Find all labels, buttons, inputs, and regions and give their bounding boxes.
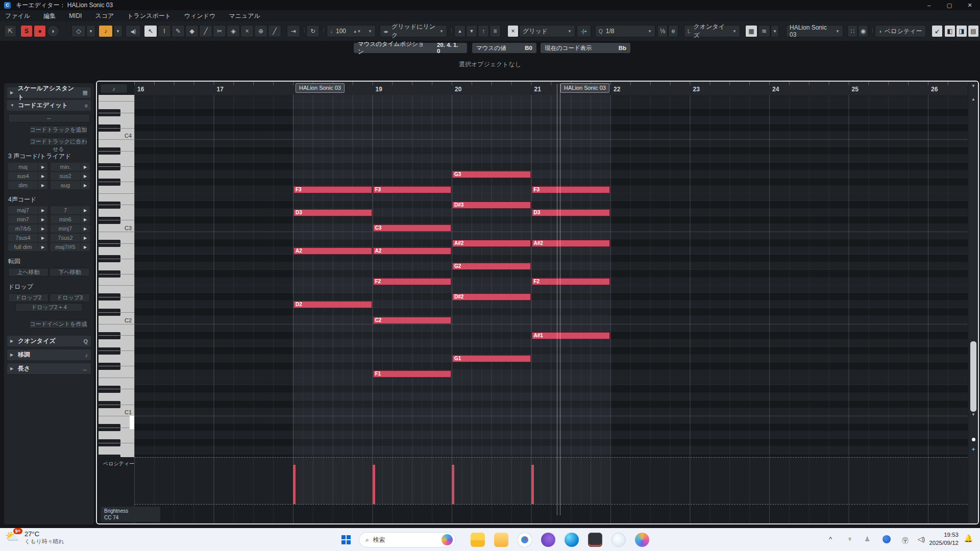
section-length[interactable]: ▶長さ ↔ xyxy=(7,363,91,374)
midi-note-G1-bar20[interactable]: G1 xyxy=(452,355,531,362)
four-note-sub-caret-icon[interactable]: ▶ xyxy=(81,243,90,251)
menu-item-4[interactable]: トランスポート xyxy=(127,12,171,20)
line-tool-icon[interactable]: ╱ xyxy=(268,25,281,37)
inversion-button-0[interactable]: 上へ移動 xyxy=(8,268,48,277)
four-note-sub-caret-icon[interactable]: ▶ xyxy=(38,243,47,251)
triad-sub-caret-icon[interactable]: ▶ xyxy=(38,172,47,180)
grid-adjust-button[interactable]: -|+ xyxy=(577,25,591,37)
pitch-visibility-icon[interactable]: ◇ xyxy=(71,25,86,37)
section-scale-assistant[interactable]: ▶スケールアシスタント ▦ xyxy=(7,87,91,98)
four-note-button-0-0[interactable]: maj7▶ xyxy=(8,206,47,214)
pin-icon[interactable]: ⇱ xyxy=(4,25,16,37)
minimize-button[interactable]: – xyxy=(919,2,939,9)
record-button[interactable]: ● xyxy=(34,25,46,37)
piano-view-icon[interactable]: ▦ xyxy=(745,25,757,37)
part-menu-dots[interactable]: ⋮ xyxy=(870,28,872,33)
quantize-preset-dropdown[interactable]: Q 1/8 ▼ xyxy=(595,25,655,37)
insert-velocity-field[interactable]: ↓ 100 ▲▼ ▼ xyxy=(327,25,376,37)
four-note-sub-caret-icon[interactable]: ▶ xyxy=(81,224,90,233)
midi-note-D3-bar18[interactable]: D3 xyxy=(293,209,372,216)
triad-sub-caret-icon[interactable]: ▶ xyxy=(38,163,47,171)
taskbar-app-photos-icon[interactable] xyxy=(541,533,555,547)
taskbar-app-file-explorer-icon[interactable] xyxy=(471,533,485,547)
loop-icon[interactable]: ↻ xyxy=(306,25,320,37)
triad-button-2-1[interactable]: aug▶ xyxy=(51,181,90,189)
piano-keyboard[interactable]: C4C3C2C1 xyxy=(99,95,134,457)
step-input-caret[interactable]: ▼ xyxy=(113,25,122,37)
menu-item-6[interactable]: マニュアル xyxy=(229,12,260,20)
transpose-up-icon[interactable]: ▲ xyxy=(454,25,465,37)
menu-item-2[interactable]: MIDI xyxy=(69,12,82,19)
insert-velocity-value[interactable]: 100 xyxy=(336,28,346,35)
taskbar-app-edge-icon[interactable] xyxy=(565,533,579,547)
chevron-up-icon[interactable]: ^ xyxy=(829,535,832,543)
autoscroll-icon[interactable]: ⇥ xyxy=(287,25,300,37)
cc-lane[interactable] xyxy=(134,504,968,524)
part-selector-dropdown[interactable]: HALion Sonic 03 ▼ xyxy=(786,25,843,37)
search-box[interactable]: ⌕ 検索 xyxy=(359,532,456,547)
triad-sub-caret-icon[interactable]: ▶ xyxy=(81,181,90,189)
velocity-bar-21[interactable] xyxy=(531,465,534,504)
midi-din-icon[interactable]: ◉ xyxy=(858,25,868,37)
triad-button-1-1[interactable]: sus2▶ xyxy=(51,172,90,180)
autoscroll-menu-dots[interactable]: ⋮ xyxy=(302,28,304,33)
ruler-part-tag-0[interactable]: HALion Sonic 03 xyxy=(296,83,345,93)
solo-button[interactable]: S xyxy=(20,25,33,37)
velocity-caret[interactable]: ▼ xyxy=(368,29,372,34)
scroll-up-icon[interactable]: ▲ xyxy=(970,97,977,102)
midi-note-A#2-bar20[interactable]: A#2 xyxy=(452,240,531,247)
taskbar-clock[interactable]: 19:53 2025/09/12 xyxy=(929,531,959,547)
taskbar-app-light-app-icon[interactable] xyxy=(611,533,626,547)
midi-note-D2-bar18[interactable]: D2 xyxy=(293,301,372,308)
taskbar-app-folder-icon[interactable] xyxy=(494,533,508,547)
zoom-preset-dot[interactable] xyxy=(972,438,975,441)
menu-item-1[interactable]: 編集 xyxy=(43,12,56,20)
pitch-visibility-caret[interactable]: ▼ xyxy=(86,25,95,37)
add-chord-track-button[interactable]: コードトラックを追加 xyxy=(29,126,88,134)
four-note-sub-caret-icon[interactable]: ▶ xyxy=(38,215,47,223)
acoustic-feedback-icon[interactable]: ◗ xyxy=(47,25,59,37)
midi-note-D#3-bar20[interactable]: D#3 xyxy=(452,202,531,209)
taskbar-app-chrome-icon[interactable] xyxy=(518,533,532,547)
copilot-icon[interactable] xyxy=(883,535,891,545)
four-note-button-0-1[interactable]: 7▶ xyxy=(51,206,90,214)
length-quantize-dropdown[interactable]: L クオンタイズ ▼ xyxy=(684,25,740,37)
midi-note-D#2-bar20[interactable]: D#2 xyxy=(452,293,531,300)
zoom-tool-icon[interactable]: ⊕ xyxy=(254,25,267,37)
zoom-plus-icon[interactable]: + xyxy=(970,446,977,453)
triad-sub-caret-icon[interactable]: ▶ xyxy=(38,181,47,189)
menu-item-3[interactable]: スコア xyxy=(95,12,114,20)
midi-note-F2-bar21[interactable]: F2 xyxy=(532,278,610,285)
midi-note-A#2-bar21[interactable]: A#2 xyxy=(532,240,610,247)
midi-note-A2-bar19[interactable]: A2 xyxy=(373,247,452,255)
triad-button-2-0[interactable]: dim▶ xyxy=(8,181,47,189)
scrollbar-thumb[interactable] xyxy=(970,341,976,412)
maximize-button[interactable]: ▢ xyxy=(939,2,960,9)
transpose-octave-icon[interactable]: ↑ xyxy=(478,25,489,37)
taskbar-app-cubase-icon[interactable] xyxy=(588,533,602,547)
chord-display-field[interactable]: -- xyxy=(8,114,90,122)
range-tool-icon[interactable]: I xyxy=(158,25,171,37)
triad-sub-caret-icon[interactable]: ▶ xyxy=(81,172,90,180)
glue-tool-icon[interactable]: ◈ xyxy=(227,25,240,37)
match-chord-track-button[interactable]: コードトラックに合わせる xyxy=(29,137,88,146)
four-note-button-2-1[interactable]: minj7▶ xyxy=(51,224,90,233)
midi-note-C2-bar19[interactable]: C2 xyxy=(373,317,452,324)
midi-note-A#1-bar21[interactable]: A#1 xyxy=(532,332,610,339)
loop-menu-dots[interactable]: ⋮ xyxy=(322,28,323,33)
triad-button-1-0[interactable]: sus4▶ xyxy=(8,172,47,180)
midi-note-D3-bar21[interactable]: D3 xyxy=(532,209,610,216)
midi-note-C3-bar19[interactable]: C3 xyxy=(373,224,452,232)
midi-note-G3-bar20[interactable]: G3 xyxy=(452,171,531,178)
transpose-down-icon[interactable]: ▼ xyxy=(466,25,477,37)
create-chord-event-button[interactable]: コードイベントを作成 xyxy=(29,320,88,329)
select-tool-icon[interactable]: ↖ xyxy=(144,25,157,37)
vertical-scrollbar[interactable]: ▼ ▲ ▼ + xyxy=(968,82,978,523)
inversion-button-1[interactable]: 下へ移動 xyxy=(50,268,90,277)
four-note-button-3-0[interactable]: 7sus4▶ xyxy=(8,234,47,242)
four-note-button-2-0[interactable]: m7/b5▶ xyxy=(8,224,47,233)
part-grid-icon[interactable]: ∷ xyxy=(847,25,857,37)
velocity-bar-19[interactable] xyxy=(373,465,375,504)
midi-note-F1-bar19[interactable]: F1 xyxy=(373,370,452,378)
four-note-sub-caret-icon[interactable]: ▶ xyxy=(81,215,90,223)
